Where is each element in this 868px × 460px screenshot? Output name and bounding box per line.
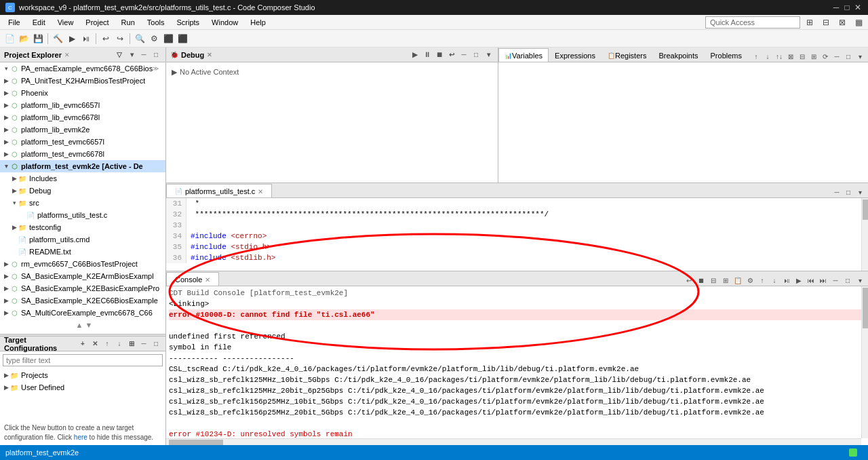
expand-plib6678[interactable]: ▶ (3, 114, 9, 121)
tree-item-ptest6657[interactable]: ▶ ⬡ platform_test_evmc6657l (0, 136, 165, 148)
tree-item-testconfig[interactable]: ▶ 📁 testconfig (0, 221, 165, 233)
expand-sa-multi[interactable]: ▶ (3, 309, 9, 316)
expand-ptest6678[interactable]: ▶ (3, 151, 9, 157)
tab-variables[interactable]: 📊 Variables (498, 48, 549, 62)
console-btn7[interactable]: ↑ (757, 275, 768, 286)
target-btn4[interactable]: ↓ (114, 339, 125, 349)
console-tab[interactable]: Console ✕ (166, 272, 219, 286)
tree-item-plibk2e[interactable]: ▶ ⬡ platform_lib_evmk2e (0, 123, 165, 136)
expand-ptestk2e[interactable]: ▾ (3, 163, 9, 170)
toolbar-extra2[interactable]: ⬛ (176, 32, 189, 45)
toolbar-open[interactable]: 📂 (17, 32, 31, 45)
expand-debug[interactable]: ▶ (11, 187, 18, 194)
toolbar-view-btn4[interactable]: ▦ (852, 16, 865, 29)
tab-expressions[interactable]: Expressions (549, 48, 601, 62)
console-btn3[interactable]: ⊟ (708, 275, 719, 286)
editor-maximize[interactable]: □ (843, 187, 854, 197)
tree-item-plib6678[interactable]: ▶ ⬡ platform_lib_evmc6678l (0, 111, 165, 123)
tree-item-src[interactable]: ▾ 📁 src (0, 197, 165, 209)
console-tab-close[interactable]: ✕ (205, 276, 210, 284)
expand-user-defined[interactable]: ▶ (3, 384, 9, 391)
editor-scrollbar-thumb[interactable] (863, 199, 868, 220)
editor-minimize[interactable]: ─ (831, 187, 842, 197)
toolbar-run[interactable]: ⏯ (79, 32, 93, 45)
menu-help[interactable]: Help (245, 16, 271, 29)
tree-item-rm6657[interactable]: ▶ ⬡ rm_evmc6657_C66BiosTestProject (0, 258, 165, 270)
toolbar-settings[interactable]: ⚙ (147, 32, 161, 45)
debug-btn3[interactable]: ⏹ (434, 50, 445, 60)
debug-btn4[interactable]: ↩ (446, 50, 457, 60)
close-button[interactable]: ✕ (853, 3, 863, 12)
expand-src[interactable]: ▾ (11, 199, 18, 206)
vars-btn1[interactable]: ↑ (751, 51, 762, 62)
toolbar-extra1[interactable]: ⬛ (161, 32, 175, 45)
target-delete-btn[interactable]: ✕ (90, 339, 100, 349)
editor-tab-platforms-c[interactable]: 📄 platforms_utils_test.c ✕ (166, 184, 272, 197)
console-btn8[interactable]: ↓ (769, 275, 780, 286)
expand-plib6657[interactable]: ▶ (3, 102, 9, 109)
tree-expand-more[interactable]: ▲ ▼ (0, 319, 165, 331)
debug-maximize[interactable]: □ (471, 50, 481, 60)
tree-item-user-defined[interactable]: ▶ 📁 User Defined (0, 381, 165, 394)
tree-item-plib6657[interactable]: ▶ ⬡ platform_lib_evmc6657l (0, 99, 165, 111)
menu-file[interactable]: File (3, 16, 26, 29)
editor-tab-close[interactable]: ✕ (258, 188, 263, 195)
target-btn5[interactable]: ⊞ (126, 339, 137, 349)
tree-item-projects[interactable]: ▶ 📁 Projects (0, 369, 165, 381)
target-minimize[interactable]: ─ (138, 339, 149, 349)
expand-testconfig[interactable]: ▶ (11, 224, 18, 231)
tree-item-includes[interactable]: ▶ 📁 Includes (0, 172, 165, 185)
tree-item-platforms-test-c[interactable]: 📄 platforms_utils_test.c (0, 209, 165, 221)
tree-item-pa-emac[interactable]: ▾ ⬡ PA_emacExample_evmc6678_C66Bios ≫ (0, 62, 165, 75)
toolbar-search[interactable]: 🔍 (133, 32, 146, 45)
menu-run[interactable]: Run (116, 16, 140, 29)
console-btn11[interactable]: ⏮ (806, 275, 816, 286)
tree-item-platform-cmd[interactable]: 📄 platform_utils.cmd (0, 233, 165, 246)
debug-btn1[interactable]: ▶ (410, 50, 420, 60)
tab-registers[interactable]: 📋 Registers (601, 48, 652, 62)
tree-item-sa-multi[interactable]: ▶ ⬡ SA_MultiCoreExample_evmc6678_C66 (0, 307, 165, 319)
expand-projects[interactable]: ▶ (3, 372, 9, 379)
toolbar-build[interactable]: 🔨 (51, 32, 64, 45)
menu-window[interactable]: Window (206, 16, 243, 29)
vars-menu[interactable]: ▾ (854, 51, 865, 62)
tab-problems[interactable]: Problems (705, 48, 748, 62)
project-explorer-minimize[interactable]: ─ (138, 50, 149, 60)
console-btn6[interactable]: ⚙ (745, 275, 755, 286)
vars-btn2[interactable]: ↓ (762, 51, 773, 62)
debug-menu[interactable]: ▾ (483, 50, 494, 60)
expand-includes[interactable]: ▶ (11, 175, 18, 182)
tree-item-sa-k2e-arm[interactable]: ▶ ⬡ SA_BasicExample_K2EArmBiosExampl (0, 270, 165, 282)
tree-item-readme[interactable]: 📄 README.txt (0, 246, 165, 258)
console-scrollbar-thumb-v[interactable] (863, 288, 868, 328)
target-config-link[interactable]: here (74, 434, 87, 441)
vars-btn5[interactable]: ⊟ (797, 51, 808, 62)
tree-item-ptestk2e[interactable]: ▾ ⬡ platform_test_evmk2e [Active - De (0, 160, 165, 172)
toolbar-debug[interactable]: ▶ (65, 32, 79, 45)
tree-item-ptest6678[interactable]: ▶ ⬡ platform_test_evmc6678l (0, 148, 165, 160)
console-maximize[interactable]: □ (842, 275, 853, 286)
expand-phoenix[interactable]: ▶ (3, 90, 9, 96)
expand-pa-unit[interactable]: ▶ (3, 77, 9, 84)
target-maximize[interactable]: □ (151, 339, 161, 349)
expand-sa-k2ec66[interactable]: ▶ (3, 297, 9, 304)
target-filter-input[interactable] (3, 354, 163, 366)
menu-project[interactable]: Project (80, 16, 114, 29)
toolbar-undo[interactable]: ↩ (99, 32, 113, 45)
menu-scripts[interactable]: Scripts (171, 16, 205, 29)
quick-access-input[interactable]: Quick Access (705, 16, 800, 28)
expand-pa-emac[interactable]: ▾ (3, 65, 9, 72)
console-scrollbar-v[interactable] (861, 286, 868, 438)
toolbar-new[interactable]: 📄 (3, 32, 16, 45)
vars-btn3[interactable]: ↑↓ (774, 51, 785, 62)
target-btn3[interactable]: ↑ (102, 339, 113, 349)
console-menu[interactable]: ▾ (854, 275, 865, 286)
debug-minimize[interactable]: ─ (458, 50, 469, 60)
console-scrollbar-h[interactable] (166, 438, 861, 445)
vars-btn6[interactable]: ⊞ (808, 51, 819, 62)
console-minimize[interactable]: ─ (830, 275, 841, 286)
expand-sa-k2e-basic[interactable]: ▶ (3, 285, 9, 292)
toolbar-view-btn3[interactable]: ⊠ (835, 16, 849, 29)
toolbar-view-btn2[interactable]: ⊟ (819, 16, 833, 29)
editor-scrollbar-v[interactable] (861, 198, 868, 271)
